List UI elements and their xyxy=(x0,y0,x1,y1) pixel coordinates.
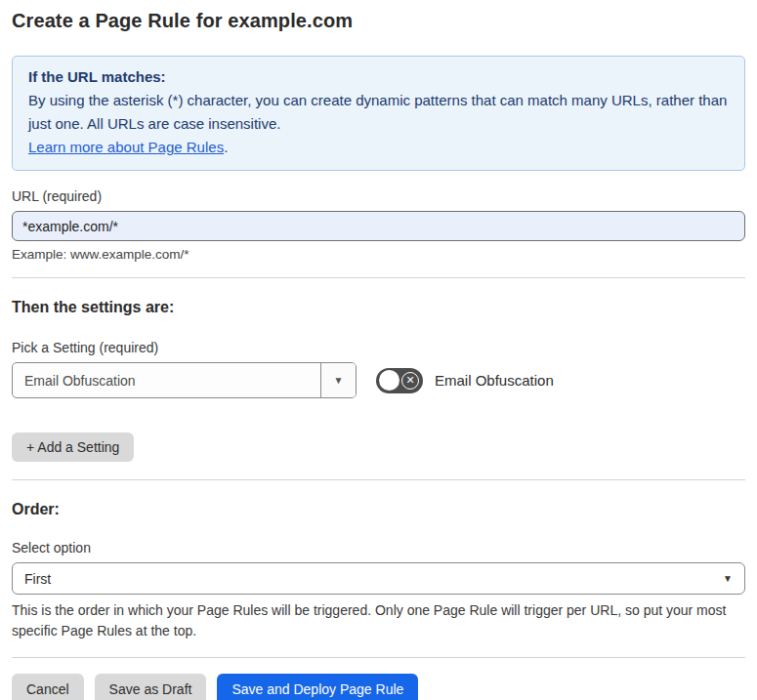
link-suffix: . xyxy=(224,139,228,155)
divider xyxy=(12,277,745,278)
info-box-heading: If the URL matches: xyxy=(28,65,729,89)
url-match-info-box: If the URL matches: By using the asteris… xyxy=(12,56,745,171)
url-example-text: Example: www.example.com/* xyxy=(12,247,745,262)
actions-row: Cancel Save as Draft Save and Deploy Pag… xyxy=(12,674,745,700)
setting-row: Email Obfuscation ▼ ✕ Email Obfuscation xyxy=(12,362,745,398)
chevron-down-icon: ▼ xyxy=(334,375,344,386)
learn-more-link[interactable]: Learn more about Page Rules xyxy=(28,139,224,155)
info-box-body: By using the asterisk (*) character, you… xyxy=(28,89,729,136)
setting-dropdown[interactable]: Email Obfuscation ▼ xyxy=(12,362,357,398)
toggle-label: Email Obfuscation xyxy=(435,372,554,389)
order-help-text: This is the order in which your Page Rul… xyxy=(12,600,745,641)
divider xyxy=(12,657,745,658)
save-and-deploy-button[interactable]: Save and Deploy Page Rule xyxy=(217,674,418,700)
order-section-heading: Order: xyxy=(12,501,745,518)
page-title: Create a Page Rule for example.com xyxy=(12,10,745,32)
info-box-link-line: Learn more about Page Rules. xyxy=(28,136,729,159)
order-select[interactable]: First ▼ xyxy=(12,562,745,595)
cancel-button[interactable]: Cancel xyxy=(12,674,84,700)
setting-dropdown-arrow-button[interactable]: ▼ xyxy=(320,363,356,397)
setting-dropdown-value: Email Obfuscation xyxy=(13,363,320,397)
toggle-knob xyxy=(379,370,400,391)
settings-section-heading: Then the settings are: xyxy=(12,299,745,316)
email-obfuscation-toggle[interactable]: ✕ xyxy=(376,368,423,393)
save-as-draft-button[interactable]: Save as Draft xyxy=(95,674,207,700)
order-select-value: First xyxy=(24,571,51,587)
url-field-label: URL (required) xyxy=(12,188,745,204)
url-input[interactable] xyxy=(12,211,745,241)
add-setting-button[interactable]: + Add a Setting xyxy=(12,432,134,462)
pick-setting-label: Pick a Setting (required) xyxy=(12,340,745,355)
divider xyxy=(12,479,745,480)
toggle-off-x-icon: ✕ xyxy=(401,372,419,390)
order-select-label: Select option xyxy=(12,540,745,556)
chevron-down-icon: ▼ xyxy=(723,573,733,584)
